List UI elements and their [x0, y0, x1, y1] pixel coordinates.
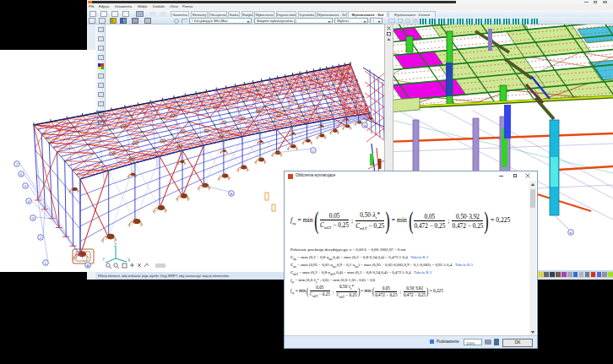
- svg-text:B: B: [231, 192, 233, 196]
- svg-text:C: C: [312, 149, 314, 153]
- svg-text:Z: Z: [114, 243, 117, 247]
- svg-text:A: A: [87, 263, 90, 268]
